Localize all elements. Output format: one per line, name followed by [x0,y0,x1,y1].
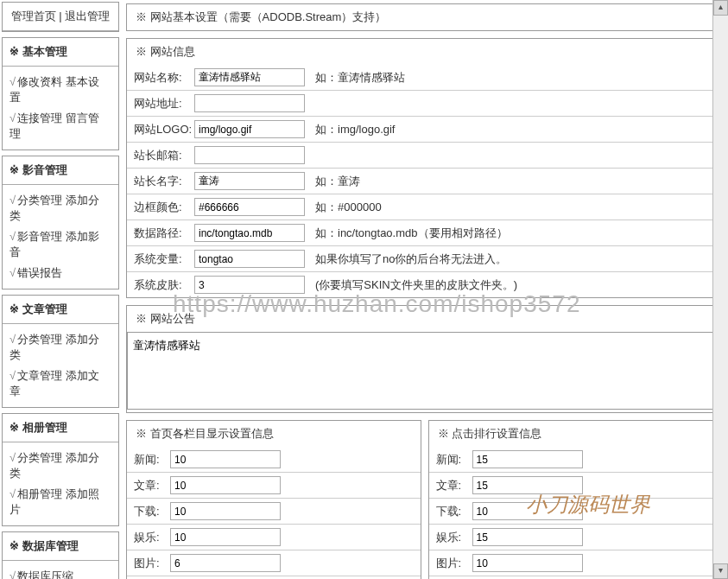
check-icon: √ [9,333,16,346]
form-input[interactable] [194,172,305,190]
check-icon: √ [9,111,16,124]
sidebar-top: 管理首页 | 退出管理 [2,2,119,32]
form-row: 下载: [429,498,723,524]
form-row: 图片: [429,550,723,576]
sidebar-link[interactable]: 影音管理 [17,230,62,243]
form-row: 连接: [429,576,723,579]
panel-notice: ※ 网站公告 [126,305,723,413]
form-row: 娱乐: [429,524,723,550]
form-row: 图片: [127,550,421,576]
form-input[interactable] [170,528,281,546]
panel-site-info-title: ※ 网站信息 [127,39,722,65]
sidebar-row: √分类管理添加分类 [9,448,111,484]
sidebar: 管理首页 | 退出管理 ※ 基本管理√修改资料基本设置√连接管理留言管理※ 影音… [0,0,121,579]
sidebar-row: √相册管理添加照片 [9,484,111,520]
form-label: 文章: [134,478,170,493]
sidebar-link[interactable]: 连接管理 [17,111,62,124]
form-input[interactable] [194,120,305,138]
check-icon: √ [9,369,16,382]
form-label: 数据路径: [134,226,194,241]
check-icon: √ [9,230,16,243]
sidebar-link[interactable]: 分类管理 [17,333,62,346]
form-input[interactable] [472,476,583,494]
sidebar-link[interactable]: 修改资料 [17,75,62,88]
form-row: 站长邮箱: [127,142,722,168]
check-icon: √ [9,487,16,500]
panel-click-rank: ※ 点击排行设置信息 新闻:文章:下载:娱乐:图片:连接: [428,420,724,579]
form-label: 文章: [436,478,472,493]
sidebar-row: √错误报告 [9,263,111,283]
sidebar-link[interactable]: 分类管理 [17,194,62,207]
sidebar-group: ※ 影音管理√分类管理添加分类√影音管理添加影音√错误报告 [2,156,119,290]
sidebar-link[interactable]: 相册管理 [17,487,62,500]
form-input[interactable] [194,68,305,86]
sidebar-link[interactable]: 错误报告 [17,266,62,279]
form-row: 网站地址: [127,90,722,116]
scroll-up-button[interactable]: ▴ [713,0,728,16]
form-hint: 如：童涛情感驿站 [315,70,715,86]
form-label: 网站名称: [134,70,194,86]
panel-notice-title: ※ 网站公告 [127,306,722,332]
form-label: 图片: [134,556,170,571]
form-label: 边框颜色: [134,200,194,215]
form-input[interactable] [472,554,583,572]
form-input[interactable] [170,502,281,520]
form-input[interactable] [194,198,305,216]
sidebar-group-title: ※ 文章管理 [3,296,118,324]
link-admin-home[interactable]: 管理首页 [11,10,56,22]
form-input[interactable] [194,276,305,294]
panel-home-cols: ※ 首页各栏目显示设置信息 新闻:文章:下载:娱乐:图片:连接: [126,420,421,579]
check-icon: √ [9,569,16,579]
sidebar-link[interactable]: 文章管理 [17,369,62,382]
form-input[interactable] [472,502,583,520]
form-input[interactable] [194,94,305,112]
form-label: 网站地址: [134,96,194,111]
form-input[interactable] [194,146,305,164]
sidebar-link[interactable]: 分类管理 [17,451,62,464]
link-logout[interactable]: 退出管理 [65,10,110,22]
sidebar-group: ※ 数据库管理√数据库压缩√数据库备份√数据库恢复 [2,531,119,579]
check-icon: √ [9,451,16,464]
sidebar-group-title: ※ 基本管理 [3,38,118,67]
form-label: 系统变量: [134,251,194,267]
form-input[interactable] [170,554,281,572]
form-row: 站长名字:如：童涛 [127,168,722,194]
form-input[interactable] [194,224,305,242]
form-row: 系统皮肤:(你要填写SKIN文件夹里的皮肤文件夹。) [127,271,722,297]
sidebar-group: ※ 相册管理√分类管理添加分类√相册管理添加照片 [2,413,119,526]
form-hint: 如：inc/tongtao.mdb（要用相对路径） [315,226,715,241]
sidebar-group: ※ 文章管理√分类管理添加分类√文章管理添加文章 [2,295,119,408]
sep: | [59,10,61,22]
panel-home-cols-title: ※ 首页各栏目显示设置信息 [127,421,421,447]
form-input[interactable] [170,476,281,494]
form-input[interactable] [472,450,583,468]
check-icon: √ [9,194,16,207]
scroll-down-button[interactable]: ▾ [713,563,728,579]
form-input[interactable] [194,250,305,268]
form-row: 下载: [127,498,421,524]
sidebar-group-title: ※ 相册管理 [3,414,118,442]
sidebar-row: √分类管理添加分类 [9,190,111,226]
form-label: 站长邮箱: [134,148,194,163]
form-label: 新闻: [134,452,170,468]
form-row: 新闻: [127,447,421,472]
form-hint: 如：童涛 [315,174,715,189]
form-label: 站长名字: [134,174,194,189]
panel-site-info: ※ 网站信息 网站名称:如：童涛情感驿站网站地址:网站LOGO:如：img/lo… [126,38,723,298]
form-row: 文章: [127,472,421,498]
form-hint: 如果你填写了no你的后台将无法进入。 [315,251,715,267]
form-label: 下载: [436,504,472,519]
form-label: 下载: [134,504,170,519]
form-row: 文章: [429,472,723,498]
sidebar-link[interactable]: 数据库压缩 [17,569,73,579]
sidebar-group-title: ※ 数据库管理 [3,532,118,561]
form-input[interactable] [170,450,281,468]
form-row: 娱乐: [127,524,421,550]
form-hint: 如：#000000 [315,200,715,215]
notice-textarea[interactable] [127,332,722,410]
sidebar-group-title: ※ 影音管理 [3,156,118,185]
form-input[interactable] [472,528,583,546]
sidebar-row: √文章管理添加文章 [9,366,111,402]
vertical-scrollbar[interactable]: ▴ ▾ [712,0,728,579]
form-label: 系统皮肤: [134,277,194,293]
